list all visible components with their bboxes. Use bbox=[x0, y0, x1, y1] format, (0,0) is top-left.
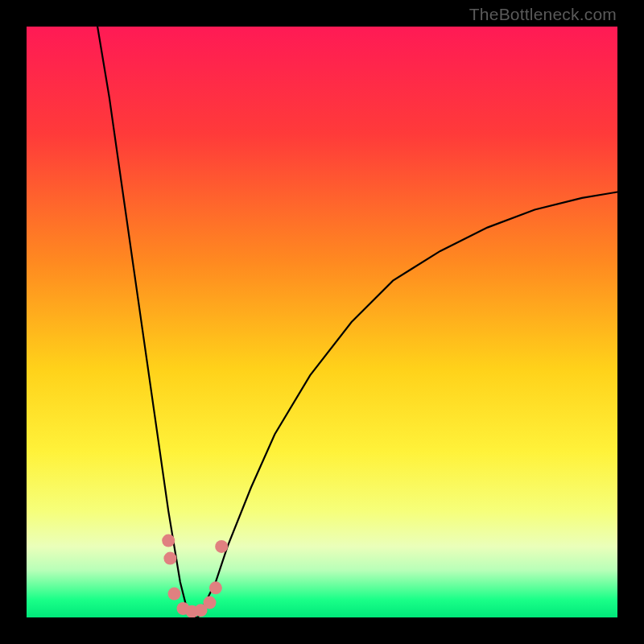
marker-dot bbox=[204, 597, 217, 609]
chart-frame: TheBottleneck.com bbox=[0, 0, 644, 644]
marker-dot bbox=[209, 581, 222, 594]
bottleneck-curve bbox=[97, 27, 617, 617]
watermark-text: TheBottleneck.com bbox=[469, 5, 617, 24]
marker-dot bbox=[162, 535, 175, 547]
marker-dot bbox=[163, 552, 176, 565]
marker-dot bbox=[168, 588, 181, 601]
plot-area bbox=[27, 27, 617, 617]
curve-layer bbox=[27, 27, 617, 617]
marker-dot bbox=[215, 540, 228, 553]
